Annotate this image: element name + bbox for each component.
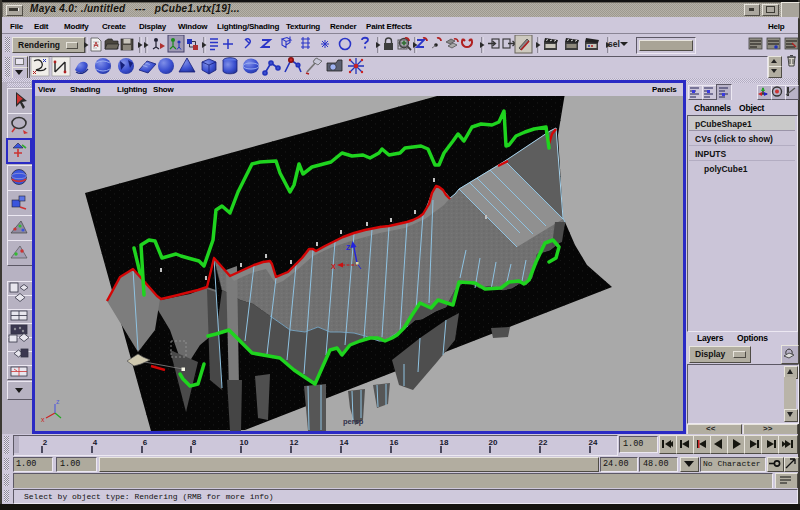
svg-text:sel: sel [608,39,620,49]
svg-text:20: 20 [489,438,498,447]
svg-text:12: 12 [290,438,299,447]
svg-text:14: 14 [340,438,349,447]
svg-text:x: x [41,416,45,423]
svg-text:10: 10 [240,438,249,447]
svg-text:persp: persp [343,417,364,426]
svg-text:2: 2 [43,438,48,447]
svg-text:Z: Z [346,244,351,251]
svg-text:16: 16 [390,438,399,447]
svg-text:8: 8 [192,438,197,447]
svg-text:22: 22 [539,438,548,447]
svg-text:4: 4 [93,438,98,447]
svg-text:z: z [56,398,60,405]
svg-text:24: 24 [589,438,598,447]
svg-text:18: 18 [440,438,449,447]
svg-text:6: 6 [143,438,148,447]
svg-text:X: X [331,263,336,270]
